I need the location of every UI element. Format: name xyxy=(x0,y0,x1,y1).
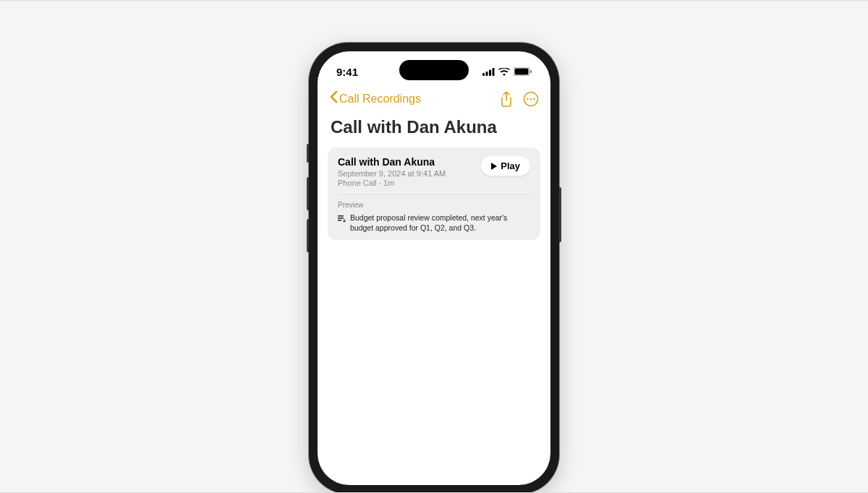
summary-icon xyxy=(338,213,346,226)
play-icon xyxy=(491,163,497,170)
preview-label: Preview xyxy=(338,201,530,209)
preview-text: Budget proposal review completed, next y… xyxy=(350,213,530,233)
recording-title: Call with Dan Akuna xyxy=(338,156,474,168)
recording-date: September 9, 2024 at 9:41 AM xyxy=(338,169,474,178)
svg-point-8 xyxy=(527,98,528,99)
play-button[interactable]: Play xyxy=(481,156,530,176)
navigation-bar: Call Recordings xyxy=(318,86,550,114)
phone-side-buttons-left xyxy=(307,144,309,267)
svg-rect-1 xyxy=(486,72,488,76)
svg-rect-13 xyxy=(338,220,341,221)
wifi-icon xyxy=(498,68,510,76)
svg-rect-6 xyxy=(530,70,532,73)
status-icons xyxy=(482,67,532,76)
recording-meta: Phone Call · 1m xyxy=(338,179,474,187)
svg-rect-5 xyxy=(515,69,529,75)
play-label: Play xyxy=(501,160,520,171)
dynamic-island xyxy=(399,60,469,80)
chevron-left-icon xyxy=(329,90,338,107)
share-icon[interactable] xyxy=(500,91,513,107)
recording-card: Call with Dan Akuna September 9, 2024 at… xyxy=(328,147,540,240)
svg-point-9 xyxy=(530,98,532,99)
more-icon[interactable] xyxy=(523,91,539,107)
svg-rect-11 xyxy=(338,215,344,217)
svg-rect-2 xyxy=(489,69,491,76)
page-title: Call with Dan Akuna xyxy=(318,114,550,147)
phone-frame: 9:41 xyxy=(309,43,559,493)
phone-side-button-right xyxy=(559,187,561,242)
battery-icon xyxy=(514,67,532,76)
back-label: Call Recordings xyxy=(339,93,421,106)
svg-rect-12 xyxy=(338,218,344,219)
svg-rect-3 xyxy=(493,68,495,76)
cellular-signal-icon xyxy=(482,68,495,76)
svg-point-10 xyxy=(533,98,535,99)
svg-rect-0 xyxy=(482,73,485,76)
phone-screen: 9:41 xyxy=(318,51,550,485)
back-button[interactable]: Call Recordings xyxy=(329,90,497,107)
status-time: 9:41 xyxy=(336,66,358,78)
